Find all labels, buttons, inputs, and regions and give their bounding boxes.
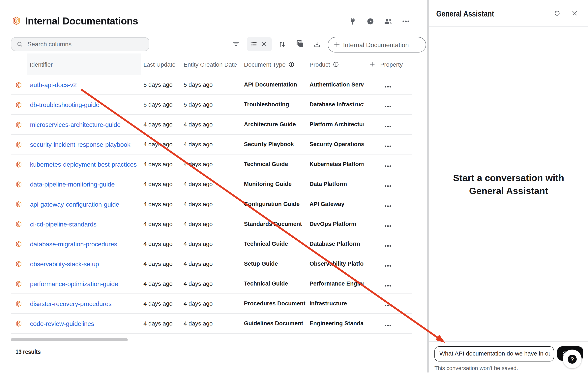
svg-text:K: K (18, 243, 20, 245)
svg-text:K: K (18, 124, 20, 126)
svg-text:K: K (18, 283, 20, 285)
svg-text:K: K (18, 323, 20, 325)
svg-text:K: K (15, 20, 17, 22)
svg-text:K: K (18, 223, 20, 225)
svg-text:K: K (18, 144, 20, 146)
svg-text:K: K (18, 104, 20, 106)
svg-text:K: K (18, 164, 20, 166)
svg-text:K: K (18, 184, 20, 186)
svg-text:K: K (18, 203, 20, 205)
svg-text:K: K (18, 303, 20, 305)
svg-text:K: K (18, 263, 20, 265)
svg-text:K: K (18, 84, 20, 86)
